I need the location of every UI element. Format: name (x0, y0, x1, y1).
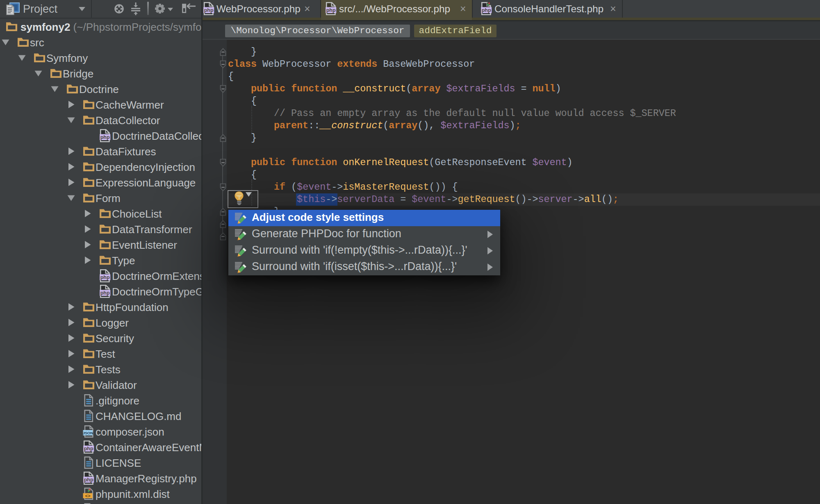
svg-text:php: php (84, 446, 93, 452)
svg-text:php: php (100, 290, 110, 296)
svg-text:php: php (84, 477, 93, 483)
svg-text:php: php (326, 7, 336, 13)
svg-text:php: php (482, 7, 491, 13)
svg-text:php: php (204, 7, 214, 13)
svg-text:php: php (100, 275, 110, 280)
svg-text:JSON: JSON (83, 431, 93, 435)
svg-text:<>: <> (85, 494, 91, 499)
svg-text:php: php (100, 134, 110, 140)
